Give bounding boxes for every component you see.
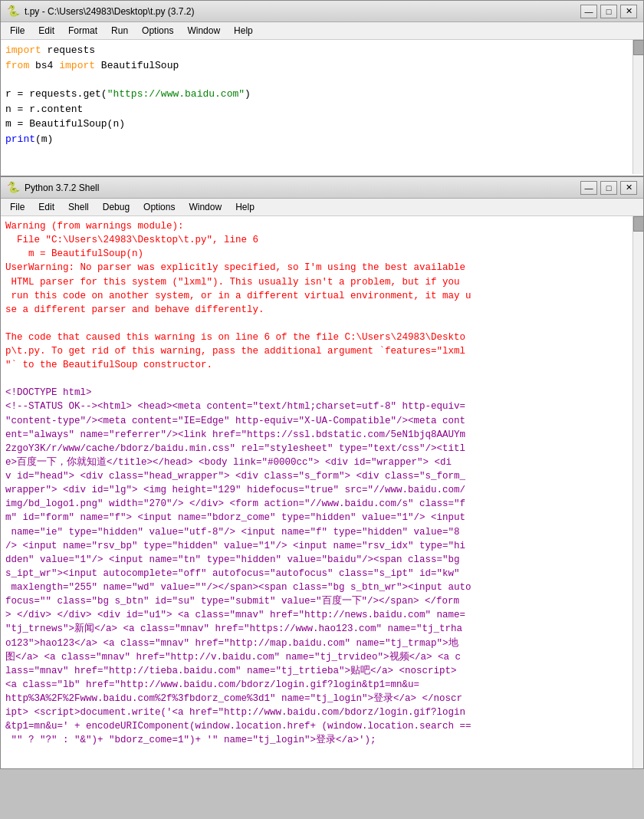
editor-maximize-button[interactable]: □ (600, 5, 617, 18)
shell-menu-edit[interactable]: Edit (32, 200, 61, 214)
shell-window: 🐍 Python 3.7.2 Shell — □ ✕ File Edit She… (0, 176, 644, 769)
editor-title-buttons: — □ ✕ (580, 5, 637, 18)
shell-line-html-20: 图</a> <a class="mnav" href="http://v.bai… (1, 650, 643, 664)
shell-line-html-12: /> <input name="rsv_bp" type="hidden" va… (1, 539, 643, 553)
shell-line-html-1: <!DOCTYPE html> (1, 386, 643, 400)
shell-line-warning-7: se a different parser and behave differe… (1, 303, 643, 317)
shell-line-html-22: <a class="lb" href="http://www.baidu.com… (1, 678, 643, 692)
code-line-2: from bs4 import BeautifulSoup (1, 58, 643, 74)
editor-menu-bar: File Edit Format Run Options Window Help (1, 22, 643, 40)
shell-line-html-3: "content-type"/><meta content="IE=Edge" … (1, 414, 643, 428)
shell-scrollbar[interactable] (632, 216, 643, 768)
shell-menu-debug[interactable]: Debug (97, 200, 136, 214)
editor-menu-file[interactable]: File (4, 24, 31, 38)
code-line-4: r = requests.get("https://www.baidu.com"… (1, 87, 643, 102)
shell-line-empty-1 (1, 317, 643, 331)
shell-line-html-24: ipt> <script>document.write('<a href="ht… (1, 706, 643, 719)
editor-title-text: t.py - C:\Users\24983\Desktop\t.py (3.7.… (25, 6, 194, 17)
shell-line-html-6: e>百度一下，你就知道</title></head> <body link="#… (1, 456, 643, 469)
shell-menu-shell[interactable]: Shell (62, 200, 95, 214)
editor-window: 🐍 t.py - C:\Users\24983\Desktop\t.py (3.… (0, 0, 644, 176)
shell-line-html-25: &tp1=mn&u=' + encodeURIComponent(window.… (1, 719, 643, 733)
editor-title-left: 🐍 t.py - C:\Users\24983\Desktop\t.py (3.… (7, 5, 194, 18)
editor-menu-help[interactable]: Help (228, 24, 259, 38)
editor-window-icon: 🐍 (7, 5, 20, 18)
editor-menu-format[interactable]: Format (62, 24, 104, 38)
editor-scrollbar-thumb[interactable] (633, 40, 643, 55)
shell-line-html-4: ent="always" name="referrer"/><link href… (1, 428, 643, 442)
shell-line-html-11: name="ie" type="hidden" value="utf-8"/> … (1, 525, 643, 539)
shell-line-html-13: dden" value="1"/> <input name="tn" type=… (1, 553, 643, 567)
shell-scrollbar-thumb[interactable] (633, 216, 643, 232)
editor-menu-options[interactable]: Options (136, 24, 179, 38)
shell-line-html-15: maxlength="255" name="wd" value=""/></sp… (1, 581, 643, 594)
code-line-7: print(m) (1, 132, 643, 147)
shell-line-html-2: <!--STATUS OK--><html> <head><meta conte… (1, 400, 643, 413)
shell-line-warning-3: m = BeautifulSoup(n) (1, 247, 643, 261)
shell-line-html-23: http%3A%2F%2Fwww.baidu.com%2f%3fbdorz_co… (1, 692, 643, 706)
shell-line-warning-10: "` to the BeautifulSoup constructor. (1, 358, 643, 372)
shell-minimize-button[interactable]: — (580, 181, 597, 195)
editor-minimize-button[interactable]: — (580, 5, 597, 18)
shell-maximize-button[interactable]: □ (600, 181, 617, 195)
shell-close-button[interactable]: ✕ (620, 181, 637, 195)
shell-line-warning-2: File "C:\Users\24983\Desktop\t.py", line… (1, 233, 643, 247)
shell-line-html-17: > </div> </div> <div id="u1"> <a class="… (1, 608, 643, 622)
shell-output-area[interactable]: Warning (from warnings module): File "C:… (1, 216, 643, 768)
shell-line-html-10: m" id="form" name="f"> <input name="bdor… (1, 511, 643, 525)
shell-line-warning-8: The code that caused this warning is on … (1, 331, 643, 344)
shell-line-html-9: img/bd_logo1.png" width="270"/> </div> <… (1, 497, 643, 511)
shell-window-icon: 🐍 (7, 181, 20, 194)
shell-title-text: Python 3.7.2 Shell (25, 183, 99, 193)
shell-title-left: 🐍 Python 3.7.2 Shell (7, 181, 99, 194)
shell-line-html-19: o123">hao123</a> <a class="mnav" href="h… (1, 636, 643, 650)
shell-line-html-5: 2zgoY3K/r/www/cache/bdorz/baidu.min.css"… (1, 442, 643, 456)
shell-line-html-21: lass="mnav" href="http://tieba.baidu.com… (1, 664, 643, 678)
shell-line-warning-6: run this code on another system, or in a… (1, 289, 643, 303)
editor-menu-window[interactable]: Window (181, 24, 226, 38)
shell-line-html-8: wrapper"> <div id="lg"> <img height="129… (1, 483, 643, 497)
code-line-6: m = BeautifulSoup(n) (1, 117, 643, 132)
shell-title-buttons: — □ ✕ (580, 181, 637, 195)
shell-line-html-18: "tj_trnews">新闻</a> <a class="mnav" href=… (1, 622, 643, 636)
editor-code-area[interactable]: import requests from bs4 import Beautifu… (1, 40, 643, 174)
shell-menu-options[interactable]: Options (137, 200, 181, 214)
shell-line-warning-4: UserWarning: No parser was explicitly sp… (1, 261, 643, 275)
shell-line-warning-9: p\t.py. To get rid of this warning, pass… (1, 344, 643, 358)
shell-line-html-26: "" ? "?" : "&")+ "bdorz_come=1")+ '" nam… (1, 733, 643, 747)
shell-line-html-7: v id="head"> <div class="head_wrapper"> … (1, 469, 643, 483)
shell-line-warning-1: Warning (from warnings module): (1, 219, 643, 233)
shell-line-html-16: focus="" class="bg s_btn" id="su" type="… (1, 594, 643, 608)
editor-menu-run[interactable]: Run (105, 24, 134, 38)
code-line-1: import requests (1, 43, 643, 58)
shell-line-empty-2 (1, 372, 643, 386)
code-line-5: n = r.content (1, 102, 643, 117)
shell-menu-window[interactable]: Window (182, 200, 228, 214)
editor-scrollbar[interactable] (632, 40, 643, 174)
shell-line-warning-5: HTML parser for this system ("lxml"). Th… (1, 275, 643, 289)
shell-menu-file[interactable]: File (4, 200, 31, 214)
shell-menu-help[interactable]: Help (229, 200, 261, 214)
editor-close-button[interactable]: ✕ (620, 5, 637, 18)
editor-menu-edit[interactable]: Edit (32, 24, 61, 38)
editor-title-bar: 🐍 t.py - C:\Users\24983\Desktop\t.py (3.… (1, 1, 643, 22)
shell-line-html-14: s_ipt_wr"><input autocomplete="off" auto… (1, 567, 643, 581)
shell-title-bar: 🐍 Python 3.7.2 Shell — □ ✕ (1, 177, 643, 199)
shell-menu-bar: File Edit Shell Debug Options Window Hel… (1, 199, 643, 216)
code-line-3 (1, 73, 643, 87)
